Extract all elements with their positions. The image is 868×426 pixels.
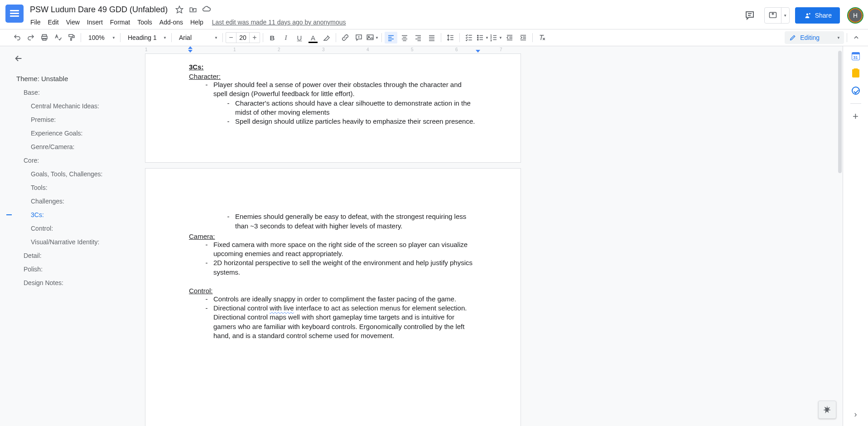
font-select[interactable]: Arial▼	[174, 32, 220, 44]
menu-insert[interactable]: Insert	[84, 17, 106, 28]
paint-format-button[interactable]	[65, 32, 78, 44]
right-indent-marker[interactable]	[476, 50, 480, 53]
last-edit-link[interactable]: Last edit was made 11 days ago by anonym…	[212, 19, 346, 26]
outline-item[interactable]: Genre/Camera:	[0, 140, 140, 154]
heading-camera[interactable]: Camera:	[189, 232, 477, 240]
scrollbar-thumb[interactable]	[838, 51, 842, 173]
clear-formatting-button[interactable]	[535, 32, 548, 44]
outline-item[interactable]: Base:	[0, 86, 140, 99]
hide-side-panel-icon[interactable]: ›	[851, 410, 860, 419]
outline-item[interactable]: Central Mechanic Ideas:	[0, 99, 140, 113]
menu-add-ons[interactable]: Add-ons	[156, 17, 186, 28]
left-indent-marker[interactable]	[188, 46, 193, 49]
share-label: Share	[815, 12, 832, 19]
cloud-saved-icon[interactable]	[202, 5, 211, 14]
svg-rect-7	[69, 34, 73, 37]
get-addons-icon[interactable]: +	[851, 112, 860, 121]
outline-item[interactable]: Control:	[0, 222, 140, 235]
svg-point-26	[477, 35, 478, 36]
align-right-button[interactable]	[412, 32, 424, 44]
outline-item[interactable]: Design Notes:	[0, 276, 140, 290]
svg-rect-8	[367, 35, 373, 40]
outline-item[interactable]: Premise:	[0, 113, 140, 126]
zoom-select[interactable]: 100%▼	[84, 32, 117, 44]
grammar-suggestion[interactable]: with live	[270, 304, 294, 312]
font-size-increase[interactable]: +	[250, 34, 260, 42]
paragraph-style-select[interactable]: Heading 1▼	[123, 32, 169, 44]
horizontal-ruler[interactable]: 1 1 2 3 4 5 6 7	[145, 46, 521, 53]
menu-view[interactable]: View	[63, 17, 83, 28]
spellcheck-button[interactable]	[52, 32, 64, 44]
line-spacing-button[interactable]	[444, 32, 457, 44]
editing-mode-select[interactable]: Editing ▼	[785, 31, 844, 44]
outline-item[interactable]: Polish:	[0, 262, 140, 276]
heading-3cs[interactable]: 3Cs:	[189, 63, 477, 71]
font-size-input[interactable]: 20	[236, 33, 250, 43]
increase-indent-button[interactable]	[517, 32, 530, 44]
menu-tools[interactable]: Tools	[134, 17, 155, 28]
body-text[interactable]: -2D horizontal perspective to sell the w…	[189, 258, 477, 277]
first-line-indent-marker[interactable]	[188, 50, 193, 53]
align-left-button[interactable]	[385, 32, 397, 44]
align-center-button[interactable]	[398, 32, 411, 44]
outline-item[interactable]: Tools:	[0, 181, 140, 194]
outline-item[interactable]: Core:	[0, 154, 140, 167]
body-text[interactable]: -Character's actions should have a clear…	[189, 99, 477, 117]
outline-back-button[interactable]	[14, 53, 140, 63]
bold-button[interactable]: B	[266, 32, 279, 44]
numbered-list-button[interactable]: 123▼	[490, 32, 502, 44]
underline-button[interactable]: U	[293, 32, 306, 44]
text-color-button[interactable]: A	[307, 32, 319, 44]
checklist-button[interactable]	[463, 32, 475, 44]
body-text[interactable]: -Player should feel a sense of power ove…	[189, 80, 477, 99]
document-page[interactable]: -Enemies should generally be easy to def…	[145, 168, 521, 426]
calendar-icon[interactable]: 31	[851, 52, 860, 61]
outline-item[interactable]: Visual/Narrative Identity:	[0, 235, 140, 249]
vertical-scrollbar[interactable]	[837, 46, 843, 426]
svg-text:3: 3	[491, 39, 492, 42]
redo-button[interactable]	[24, 32, 37, 44]
comment-history-icon[interactable]	[741, 6, 759, 24]
body-text[interactable]: -Fixed camera with more space on the rig…	[189, 240, 477, 259]
tasks-icon[interactable]	[851, 86, 860, 95]
keep-icon[interactable]	[851, 69, 860, 78]
outline-item[interactable]: Experience Goals:	[0, 126, 140, 140]
outline-item[interactable]: Detail:	[0, 249, 140, 262]
outline-item[interactable]: Theme: Unstable	[0, 72, 140, 86]
menu-help[interactable]: Help	[187, 17, 207, 28]
print-button[interactable]	[38, 32, 51, 44]
body-text[interactable]: -Controls are ideally snappy in order to…	[189, 295, 477, 304]
insert-link-button[interactable]	[339, 32, 352, 44]
undo-button[interactable]	[11, 32, 24, 44]
move-icon[interactable]	[188, 5, 198, 14]
menu-format[interactable]: Format	[107, 17, 133, 28]
docs-logo[interactable]	[5, 5, 24, 23]
italic-button[interactable]: I	[280, 32, 292, 44]
heading-character[interactable]: Character:	[189, 73, 477, 80]
highlight-button[interactable]	[320, 32, 333, 44]
document-title[interactable]: PSW Ludum Dare 49 GDD (Unfabled)	[27, 4, 170, 15]
present-button[interactable]: ▼	[764, 7, 790, 24]
outline-item[interactable]: Goals, Tools, Challenges:	[0, 167, 140, 181]
bulleted-list-button[interactable]: ▼	[476, 32, 489, 44]
document-page[interactable]: 3Cs: Character: -Player should feel a se…	[145, 53, 521, 163]
font-size-decrease[interactable]: −	[226, 34, 236, 42]
insert-comment-button[interactable]	[352, 32, 365, 44]
explore-button[interactable]	[818, 401, 836, 419]
share-button[interactable]: Share	[795, 7, 840, 24]
outline-item[interactable]: Challenges:	[0, 194, 140, 208]
body-text[interactable]: -Spell design should utilize particles h…	[189, 117, 477, 126]
heading-control[interactable]: Control:	[189, 287, 477, 295]
body-text[interactable]: -Directional control with live interface…	[189, 304, 477, 340]
align-justify-button[interactable]	[425, 32, 438, 44]
body-text[interactable]: -Enemies should generally be easy to def…	[189, 212, 477, 231]
menu-file[interactable]: File	[27, 17, 44, 28]
document-canvas[interactable]: 1 1 2 3 4 5 6 7 3Cs: Character: -Player …	[140, 46, 843, 426]
collapse-toolbar-button[interactable]	[850, 32, 863, 44]
insert-image-button[interactable]: ▼	[366, 32, 379, 44]
menu-edit[interactable]: Edit	[45, 17, 62, 28]
star-icon[interactable]	[175, 5, 184, 14]
outline-item[interactable]: 3Cs:	[0, 208, 140, 222]
account-avatar[interactable]: H	[848, 8, 863, 23]
decrease-indent-button[interactable]	[503, 32, 516, 44]
